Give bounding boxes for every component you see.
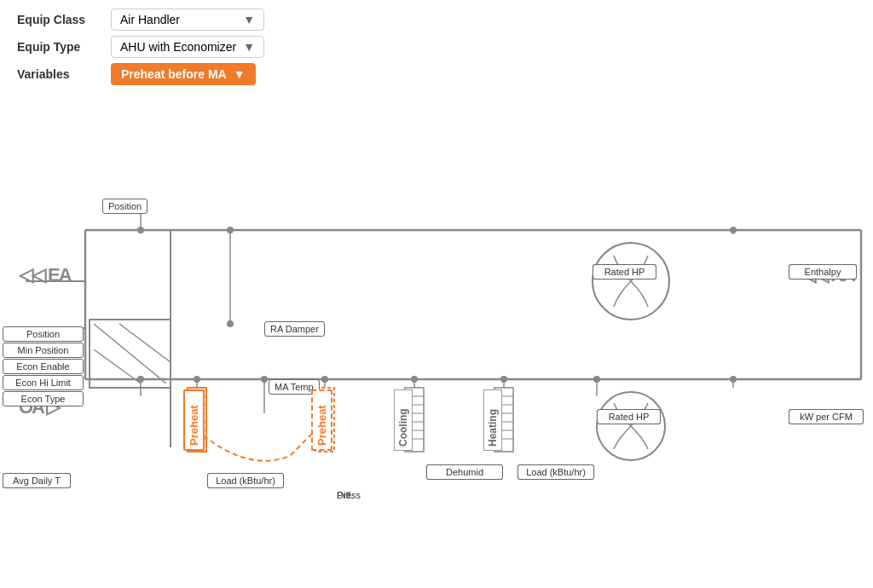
- equip-class-dropdown[interactable]: Air Handler ▼: [111, 9, 264, 31]
- preheat-label: Preheat: [183, 389, 205, 451]
- variables-row: Variables Preheat before MA ▼: [17, 63, 856, 85]
- cooling-label: Cooling: [394, 389, 413, 451]
- press-label: Press: [337, 490, 361, 500]
- position-top-box: Position: [102, 199, 147, 214]
- chevron-down-icon: ▼: [243, 13, 255, 26]
- equip-type-row: Equip Type AHU with Economizer ▼: [17, 36, 856, 58]
- svg-point-23: [227, 227, 234, 233]
- heating-label: Heating: [483, 389, 502, 451]
- cool-dehumid-box: Dehumid: [426, 464, 503, 480]
- svg-point-24: [227, 320, 234, 327]
- fan-l-rated-hp-box: Rated HP: [593, 264, 656, 280]
- ea-label: ◁◁ EA: [19, 264, 71, 286]
- econ-hi-limit-box: Econ Hi Limit: [3, 375, 84, 390]
- heat-load-box: Load (kBtu/hr): [517, 464, 594, 480]
- svg-point-26: [261, 376, 268, 383]
- chevron-down-icon-2: ▼: [243, 40, 255, 54]
- preheat-load-box: Load (kBtu/hr): [207, 473, 284, 488]
- ra-damper-box: RA Damper: [264, 321, 325, 337]
- equip-class-label: Equip Class: [17, 13, 102, 26]
- variables-label: Variables: [17, 67, 102, 81]
- econ-type-box: Econ Type: [3, 391, 84, 406]
- equip-type-value: AHU with Economizer: [120, 40, 236, 54]
- sa-kw-per-cfm-box: kW per CFM: [789, 409, 864, 424]
- header: Equip Class Air Handler ▼ Equip Type AHU…: [0, 0, 873, 94]
- econ-enable-box: Econ Enable: [3, 359, 84, 374]
- equip-type-dropdown[interactable]: AHU with Economizer ▼: [111, 36, 264, 58]
- chevron-down-icon-3: ▼: [234, 67, 246, 81]
- equip-class-row: Equip Class Air Handler ▼: [17, 9, 856, 31]
- position-left-box: Position: [3, 326, 84, 342]
- svg-line-9: [94, 324, 166, 383]
- oa-avg-daily-t-box: Avg Daily T: [3, 473, 71, 488]
- variables-value: Preheat before MA: [121, 67, 227, 81]
- variables-dropdown[interactable]: Preheat before MA ▼: [111, 63, 256, 85]
- min-position-box: Min Position: [3, 343, 84, 358]
- equip-class-value: Air Handler: [120, 13, 180, 26]
- equip-type-label: Equip Type: [17, 40, 102, 54]
- fan-r-rated-hp-box: Rated HP: [597, 409, 661, 424]
- preheat-dashed-label: Preheat: [311, 389, 332, 451]
- ra-enthalpy-box: Enthalpy: [789, 264, 857, 280]
- svg-line-10: [119, 324, 171, 362]
- diagram: ◁◁ EA ◁◁ RA OA ▷ SA ▷ Position Position …: [0, 98, 873, 584]
